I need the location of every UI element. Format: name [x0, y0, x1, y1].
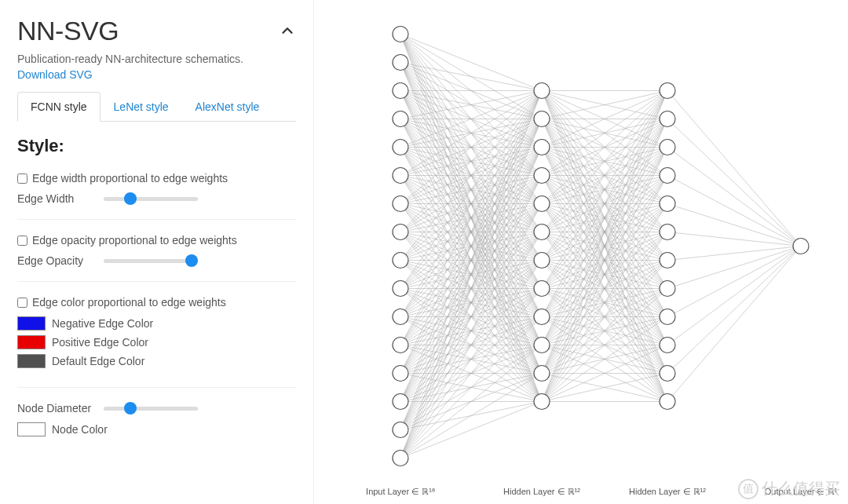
svg-point-355	[393, 225, 408, 240]
edge-color-group: Edge color proportional to edge weights …	[17, 296, 296, 388]
edge-width-label: Edge Width	[17, 192, 96, 205]
svg-point-357	[393, 281, 408, 297]
edge-color-prop-label: Edge color proportional to edge weights	[32, 296, 226, 309]
svg-point-381	[660, 225, 675, 240]
svg-point-364	[534, 83, 550, 99]
svg-point-353	[393, 168, 408, 184]
svg-point-371	[534, 281, 550, 297]
svg-point-379	[660, 168, 675, 184]
layer-label: Input Layer ∈ ℝ¹⁶	[366, 487, 436, 496]
node-diameter-slider[interactable]	[104, 407, 198, 411]
svg-point-363	[393, 451, 408, 466]
layer-label: Hidden Layer ∈ ℝ¹²	[629, 487, 706, 496]
node-group: Node Diameter Node Color	[17, 402, 296, 455]
svg-point-387	[660, 394, 675, 410]
svg-line-346	[667, 247, 801, 374]
svg-line-0	[400, 35, 542, 91]
svg-point-350	[393, 83, 408, 99]
svg-point-356	[393, 253, 408, 268]
positive-color-label: Positive Edge Color	[52, 336, 148, 349]
svg-point-385	[660, 338, 675, 353]
svg-point-378	[660, 140, 675, 155]
edge-width-slider[interactable]	[104, 197, 198, 201]
svg-point-354	[393, 196, 408, 212]
svg-point-383	[660, 281, 675, 297]
svg-point-361	[393, 394, 408, 410]
svg-point-374	[534, 366, 550, 382]
svg-line-337	[667, 119, 801, 247]
default-color-swatch[interactable]	[17, 354, 46, 368]
tab-fcnn[interactable]: FCNN style	[17, 92, 101, 122]
svg-line-336	[667, 91, 801, 247]
edge-color-prop-checkbox[interactable]	[17, 298, 27, 308]
svg-point-362	[393, 422, 408, 438]
svg-line-338	[667, 148, 801, 247]
svg-point-388	[793, 239, 809, 254]
svg-point-373	[534, 338, 550, 353]
positive-color-swatch[interactable]	[17, 335, 46, 349]
network-canvas: Input Layer ∈ ℝ¹⁶Hidden Layer ∈ ℝ¹²Hidde…	[314, 0, 848, 504]
svg-line-342	[667, 247, 801, 261]
svg-line-344	[667, 247, 801, 317]
node-color-label: Node Color	[52, 423, 108, 436]
svg-point-358	[393, 309, 408, 325]
svg-point-367	[534, 168, 550, 184]
svg-point-386	[660, 366, 675, 382]
download-svg-link[interactable]: Download SVG	[17, 68, 93, 81]
subtitle: Publication-ready NN-architecture schema…	[17, 53, 296, 65]
svg-point-366	[534, 140, 550, 155]
svg-line-339	[667, 176, 801, 247]
svg-point-370	[534, 253, 550, 268]
node-diameter-label: Node Diameter	[17, 402, 96, 415]
svg-point-359	[393, 338, 408, 353]
app-title: NN-SVG	[17, 16, 119, 46]
tab-lenet[interactable]: LeNet style	[101, 92, 182, 122]
svg-point-376	[660, 83, 675, 99]
svg-point-372	[534, 309, 550, 325]
svg-point-377	[660, 111, 675, 127]
negative-color-swatch[interactable]	[17, 316, 46, 331]
edge-opacity-group: Edge opacity proportional to edge weight…	[17, 234, 296, 282]
style-heading: Style:	[17, 136, 296, 156]
collapse-chevron-icon[interactable]	[279, 22, 296, 42]
tab-alexnet[interactable]: AlexNet style	[182, 92, 273, 122]
tabs: FCNN style LeNet style AlexNet style	[17, 92, 296, 122]
edge-opacity-slider[interactable]	[104, 259, 198, 263]
edge-opacity-prop-label: Edge opacity proportional to edge weight…	[32, 234, 237, 247]
svg-point-382	[660, 253, 675, 268]
edge-width-prop-checkbox[interactable]	[17, 173, 27, 184]
sidebar: NN-SVG Publication-ready NN-architecture…	[0, 0, 314, 504]
svg-point-375	[534, 394, 550, 410]
edge-opacity-prop-checkbox[interactable]	[17, 236, 27, 246]
default-color-label: Default Edge Color	[52, 355, 144, 367]
svg-point-380	[660, 196, 675, 212]
svg-line-347	[667, 247, 801, 402]
svg-line-340	[667, 204, 801, 247]
svg-point-351	[393, 111, 408, 127]
svg-point-360	[393, 366, 408, 382]
svg-point-365	[534, 111, 550, 127]
svg-line-343	[667, 247, 801, 289]
svg-line-345	[667, 247, 801, 345]
layer-label: Output Layer ∈ ℝ¹	[765, 487, 838, 496]
edge-opacity-label: Edge Opacity	[17, 254, 96, 267]
node-color-swatch[interactable]	[17, 422, 46, 436]
edge-width-prop-label: Edge width proportional to edge weights	[32, 172, 228, 184]
svg-line-191	[400, 402, 542, 458]
svg-point-384	[660, 309, 675, 325]
svg-point-348	[393, 27, 408, 42]
negative-color-label: Negative Edge Color	[52, 317, 153, 330]
layer-label: Hidden Layer ∈ ℝ¹²	[503, 487, 580, 496]
svg-point-369	[534, 225, 550, 240]
edge-width-group: Edge width proportional to edge weights …	[17, 172, 296, 220]
svg-point-368	[534, 196, 550, 212]
svg-point-352	[393, 140, 408, 155]
svg-point-349	[393, 55, 408, 71]
svg-line-341	[667, 232, 801, 247]
